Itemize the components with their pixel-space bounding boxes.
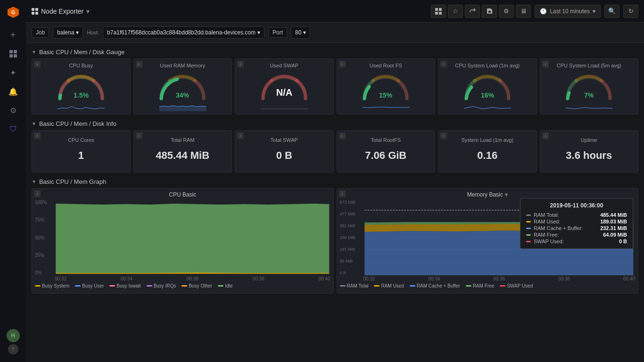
tooltip-swap-used-dot <box>526 241 531 242</box>
port-value: 80 <box>295 29 301 36</box>
used-swap-card: i Used SWAP N/A <box>235 58 334 115</box>
cpu-xaxis: 00:32 00:34 00:36 00:38 00:40 <box>35 276 330 281</box>
sidebar-icon-settings[interactable]: ⚙ <box>4 102 23 119</box>
star-button[interactable]: ☆ <box>448 5 463 18</box>
cpu-busy-card: i CPU Busy 1.5% <box>32 58 131 115</box>
tooltip-ram-cache: RAM Cache + Buffer: 232.31 MiB <box>526 225 627 231</box>
cpu-busy-gauge: 1.5% <box>55 70 107 101</box>
system-load-1m-card: i System Load (1m avg) 0.16 <box>438 130 537 173</box>
total-ram-info[interactable]: i <box>136 132 142 139</box>
cpu-load-1m-info[interactable]: i <box>440 61 447 67</box>
info-section-header[interactable]: ▼ Basic CPU / Mem / Disk Info <box>32 118 638 130</box>
tooltip-ram-used-val: 189.03 MiB <box>600 219 627 224</box>
info-section-chevron: ▼ <box>32 121 36 126</box>
save-button[interactable] <box>482 5 497 18</box>
gauge-section-label: Basic CPU / Mem / Disk Gauge <box>39 49 124 56</box>
cpu-chart-svg <box>55 200 330 275</box>
job-label: Job <box>32 27 49 38</box>
svg-rect-5 <box>14 54 17 58</box>
mem-xaxis: 00:32 00:34 00:36 00:38 00:40 <box>340 276 636 281</box>
cpu-cores-info[interactable]: i <box>34 132 41 139</box>
settings-button[interactable]: ⚙ <box>499 5 514 18</box>
tooltip-date: 2019-05-11 00:36:00 <box>526 202 627 209</box>
kiosk-button[interactable]: 🖥 <box>516 5 531 18</box>
cpu-load-5m-gauge: 7% <box>563 70 615 101</box>
mem-graph-dropdown[interactable]: ▾ <box>505 191 508 198</box>
gauge-section-header[interactable]: ▼ Basic CPU / Mem / Disk Gauge <box>32 47 638 58</box>
gauge-section-chevron: ▼ <box>32 49 36 55</box>
total-rootfs-info[interactable]: i <box>339 132 346 139</box>
cpu-graph-title: CPU Basic <box>35 191 330 198</box>
cpu-load-1m-gauge: 16% <box>462 70 513 101</box>
share-button[interactable] <box>465 5 480 18</box>
svg-rect-4 <box>9 54 13 58</box>
legend-swap-used: SWAP Used <box>500 283 533 288</box>
svg-marker-23 <box>56 204 329 273</box>
cpu-cores-value: 1 <box>78 145 84 166</box>
ram-total-label: RAM Total <box>347 283 369 288</box>
mem-graph-info[interactable]: i <box>339 190 346 197</box>
legend-ram-used: RAM Used <box>374 283 404 288</box>
tooltip-ram-free-key: RAM Free: <box>534 232 600 238</box>
system-load-1m-info[interactable]: i <box>440 132 447 139</box>
swap-used-color <box>500 285 505 287</box>
tooltip-ram-total-dot <box>526 214 531 216</box>
uptime-info[interactable]: i <box>542 132 549 139</box>
cpu-chart-container: 100% 75% 50% 25% 0% <box>35 200 330 275</box>
total-swap-info[interactable]: i <box>237 132 244 139</box>
svg-rect-7 <box>439 8 442 11</box>
used-ram-info[interactable]: i <box>136 61 142 67</box>
time-range-label: Last 10 minutes <box>550 8 590 15</box>
legend-idle: Idle <box>218 283 232 288</box>
graph-section-header[interactable]: ▼ Basic CPU / Mem Graph <box>32 176 638 188</box>
sidebar-icon-dashboard[interactable] <box>4 45 23 62</box>
refresh-button[interactable]: ↻ <box>623 5 638 18</box>
panel-layout-button[interactable] <box>431 5 446 18</box>
sidebar-icon-shield[interactable]: 🛡 <box>4 121 23 138</box>
total-rootfs-card: i Total RootFS 7.06 GiB <box>337 130 436 173</box>
sidebar-icon-alerts[interactable]: 🔔 <box>4 83 23 100</box>
svg-text:15%: 15% <box>379 91 393 99</box>
busy-irqs-color <box>147 285 152 287</box>
gauge-row: i CPU Busy 1.5% <box>32 58 638 115</box>
busy-other-color <box>182 285 187 287</box>
user-avatar[interactable]: H <box>7 329 20 342</box>
tooltip-ram-used-key: RAM Used: <box>534 219 597 224</box>
idle-label: Idle <box>225 283 232 288</box>
used-swap-title: Used SWAP <box>238 62 330 68</box>
info-section-label: Basic CPU / Mem / Disk Info <box>39 120 116 127</box>
used-ram-card: i Used RAM Memory 34% <box>133 58 232 115</box>
tooltip-ram-used: RAM Used: 189.03 MiB <box>526 218 627 225</box>
port-select[interactable]: 80 ▾ <box>291 26 310 39</box>
busy-other-label: Busy Other <box>189 283 212 288</box>
sidebar-icon-add[interactable]: + <box>4 26 23 43</box>
busy-irqs-label: Busy IRQs <box>154 283 176 288</box>
ram-cache-color <box>410 285 415 287</box>
time-range-button[interactable]: 🕐 Last 10 minutes ▾ <box>535 5 601 18</box>
tooltip-ram-total-key: RAM Total: <box>534 212 597 218</box>
sidebar-icon-explore[interactable]: ✦ <box>4 64 23 81</box>
cpu-busy-info[interactable]: i <box>34 61 41 67</box>
legend-busy-system: Busy System <box>35 283 69 288</box>
port-dropdown-arrow: ▾ <box>303 29 306 36</box>
job-select[interactable]: balena ▾ <box>53 26 83 39</box>
used-swap-info[interactable]: i <box>237 61 244 67</box>
svg-text:16%: 16% <box>481 91 495 99</box>
used-rootfs-card: i Used Root FS 15% <box>337 58 436 115</box>
ram-used-label: RAM Used <box>381 283 404 288</box>
search-button[interactable]: 🔍 <box>604 5 619 18</box>
title-dropdown-arrow[interactable]: ▾ <box>86 8 90 15</box>
svg-rect-9 <box>439 12 442 15</box>
graph-section-chevron: ▼ <box>32 179 36 184</box>
cpu-load-5m-title: CPU System Load (5m avg) <box>543 62 636 68</box>
used-ram-sparkline <box>137 102 229 111</box>
cpu-graph-info[interactable]: i <box>34 190 41 197</box>
grid-icon <box>32 8 38 15</box>
used-rootfs-info[interactable]: i <box>339 61 346 67</box>
dashboard-title: Node Exporter <box>41 8 83 15</box>
cpu-load-5m-info[interactable]: i <box>542 61 549 67</box>
ram-total-color <box>340 285 346 287</box>
host-select[interactable]: b7a1f617f568dccab0a3c884bdd8b2dd.balena-… <box>103 26 264 39</box>
sidebar-icon-help[interactable]: ? <box>8 344 18 354</box>
sidebar-logo[interactable]: G <box>5 4 22 21</box>
